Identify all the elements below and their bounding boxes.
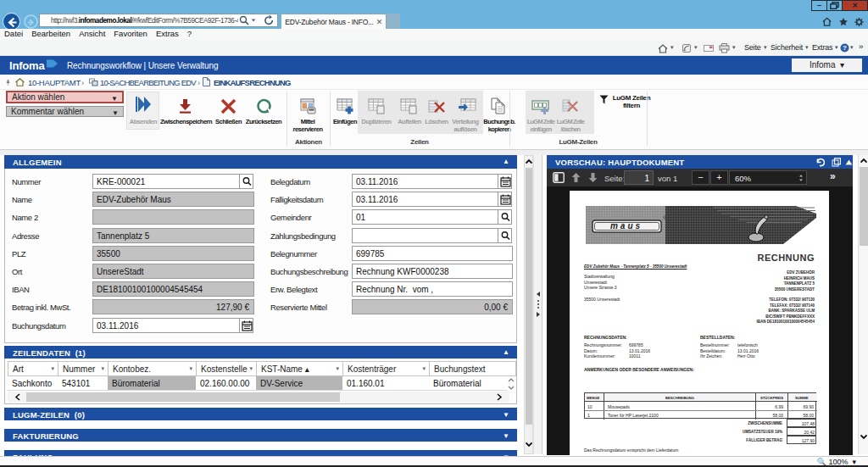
- svg-text:®: ®: [663, 215, 666, 220]
- svg-text:maus: maus: [610, 221, 643, 231]
- svg-text:?: ?: [843, 44, 847, 52]
